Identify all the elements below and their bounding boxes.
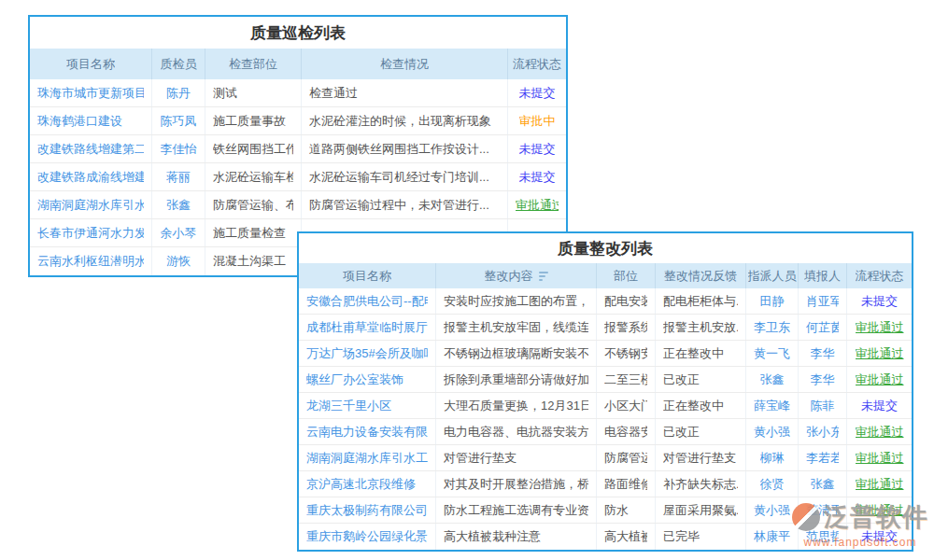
- cell-link[interactable]: 湖南洞庭湖水库引水工程施工I标: [306, 450, 428, 467]
- table-row[interactable]: 珠海鹤港口建设陈巧凤施工质量事故水泥砼灌注的时候，出现离析现象审批中: [30, 107, 566, 135]
- table-row[interactable]: 万达广场35#会所及咖啡厅空...不锈钢边框玻璃隔断安装不牢...不锈钢安装..…: [299, 341, 912, 367]
- cell-text: 铁丝网围挡工作检查: [213, 141, 293, 158]
- status-badge[interactable]: 审批通过: [856, 371, 904, 388]
- cell-link[interactable]: 珠海市城市更新项目紫...: [37, 85, 144, 102]
- cell-text: 防水工程施工选调有专业资质...: [444, 502, 588, 519]
- cell-link[interactable]: 柳琳: [760, 450, 785, 467]
- cell-link[interactable]: 李若若: [806, 450, 839, 467]
- cell-text: 施工质量事故: [213, 113, 286, 130]
- cell-text: 报警主机安放...: [663, 319, 738, 336]
- cell-content: 报警主机安放牢固，线缆连接...: [436, 315, 597, 340]
- cell-link[interactable]: 万达广场35#会所及咖啡厅空...: [306, 345, 428, 362]
- cell-link[interactable]: 湖南洞庭湖水库引水工...: [37, 197, 144, 214]
- table-row[interactable]: 改建铁路线增建第二线...李佳怡铁丝网围挡工作检查道路两侧铁丝网围挡工作按设计.…: [30, 135, 566, 163]
- cell-link[interactable]: 陈巧凤: [161, 113, 197, 130]
- cell-status: 未提交: [508, 135, 566, 162]
- table-row[interactable]: 珠海市城市更新项目紫...陈丹测试检查通过未提交: [30, 79, 566, 107]
- cell-text: 对管进行垫支: [663, 450, 736, 467]
- table-row[interactable]: 重庆太极制药有限公司亳州中...防水工程施工选调有专业资质...防水屋面采用聚氨…: [299, 497, 912, 524]
- table-row[interactable]: 螺丝厂办公室装饰拆除到承重墙部分请做好加固...二至三楼混...已改正张鑫李华审…: [299, 367, 912, 393]
- cell-link[interactable]: 董清平: [806, 502, 839, 519]
- cell-link[interactable]: 黄小强: [754, 502, 790, 519]
- column-header-part: 检查部位: [205, 49, 302, 79]
- cell-link[interactable]: 何芷茵: [806, 319, 839, 336]
- cell-link[interactable]: 陈菲: [811, 398, 835, 414]
- cell-part: 小区大门: [597, 393, 656, 418]
- status-badge[interactable]: 未提交: [861, 398, 898, 414]
- sort-icon[interactable]: [539, 272, 548, 281]
- cell-link[interactable]: 蒋丽: [166, 169, 191, 186]
- cell-link[interactable]: 重庆太极制药有限公司亳州中...: [306, 502, 428, 519]
- cell-link[interactable]: 薛宝峰: [754, 398, 790, 414]
- status-badge[interactable]: 审批通过: [856, 345, 904, 362]
- cell-text: 配电柜柜体与...: [663, 293, 738, 310]
- status-badge[interactable]: 审批通过: [516, 197, 559, 214]
- cell-link[interactable]: 林康平: [754, 528, 790, 545]
- cell-assignee: 黄一飞: [746, 341, 799, 366]
- cell-link[interactable]: 云南水利枢纽潜明水库...: [37, 253, 144, 270]
- cell-link[interactable]: 李华: [811, 371, 835, 388]
- column-header-content[interactable]: 整改内容: [436, 263, 597, 288]
- cell-assignee: 林康平: [746, 524, 799, 550]
- status-badge[interactable]: 审批通过: [856, 319, 904, 336]
- cell-link[interactable]: 张小东: [806, 424, 839, 441]
- cell-link[interactable]: 范思哲: [806, 528, 839, 545]
- cell-link[interactable]: 李卫东: [754, 319, 790, 336]
- cell-link[interactable]: 长春市伊通河水力发电...: [37, 225, 144, 242]
- table-row[interactable]: 湖南洞庭湖水库引水工程施工I标对管进行垫支防腐管运输...对管进行垫支柳琳李若若…: [299, 445, 912, 471]
- table-row[interactable]: 湖南洞庭湖水库引水工...张鑫防腐管运输、布管防腐管运输过程中，未对管进行...…: [30, 191, 566, 219]
- cell-status: 未提交: [847, 393, 912, 418]
- status-badge[interactable]: 审批通过: [856, 502, 904, 519]
- table-row[interactable]: 云南电力设备安装有限公司20...电力电容器、电抗器安装方案,...电容器安装.…: [299, 419, 912, 445]
- cell-link[interactable]: 李华: [811, 345, 835, 362]
- status-badge[interactable]: 未提交: [519, 141, 556, 158]
- cell-status: 审批通过: [847, 419, 912, 444]
- cell-content: 对其及时开展整治措施，桥头...: [436, 471, 597, 497]
- table-row[interactable]: 重庆市鹅岭公园绿化景观提升...高大植被栽种注意高大植被栽种已完毕林康平范思哲未…: [299, 524, 912, 550]
- cell-part: 防腐管运输...: [597, 445, 656, 470]
- status-badge[interactable]: 未提交: [861, 528, 898, 545]
- cell-link[interactable]: 改建铁路成渝线增建第...: [37, 169, 144, 186]
- cell-link[interactable]: 安徽合肥供电公司--配电设备...: [306, 293, 428, 310]
- status-badge[interactable]: 未提交: [861, 293, 898, 310]
- cell-link[interactable]: 京沪高速北京段维修: [306, 476, 416, 493]
- cell-link[interactable]: 游恢: [166, 253, 191, 270]
- cell-link[interactable]: 张鑫: [166, 197, 191, 214]
- cell-link[interactable]: 云南电力设备安装有限公司20...: [306, 424, 428, 441]
- cell-content: 防水工程施工选调有专业资质...: [436, 497, 597, 523]
- cell-link[interactable]: 李佳怡: [161, 141, 197, 158]
- cell-link[interactable]: 改建铁路线增建第二线...: [37, 141, 144, 158]
- cell-link[interactable]: 珠海鹤港口建设: [37, 113, 122, 130]
- cell-link[interactable]: 田静: [760, 293, 785, 310]
- cell-link[interactable]: 黄小强: [754, 424, 790, 441]
- cell-status: 未提交: [847, 288, 912, 314]
- table-row[interactable]: 成都杜甫草堂临时展厅独立展...报警主机安放牢固，线缆连接...报警系统报警主机…: [299, 315, 912, 341]
- status-badge[interactable]: 审批中: [519, 113, 556, 130]
- cell-link[interactable]: 张鑫: [811, 476, 835, 493]
- status-badge[interactable]: 审批通过: [856, 450, 904, 467]
- status-badge[interactable]: 未提交: [519, 169, 556, 186]
- table-row[interactable]: 改建铁路成渝线增建第...蒋丽水泥砼运输车检查水泥砼运输车司机经过专门培训...…: [30, 163, 566, 191]
- cell-link[interactable]: 螺丝厂办公室装饰: [306, 371, 403, 388]
- cell-link[interactable]: 成都杜甫草堂临时展厅独立展...: [306, 319, 428, 336]
- status-badge[interactable]: 未提交: [519, 85, 556, 102]
- cell-link[interactable]: 陈丹: [166, 85, 191, 102]
- column-header-label: 项目名称: [343, 268, 391, 285]
- cell-link[interactable]: 张鑫: [760, 371, 785, 388]
- table-row[interactable]: 京沪高速北京段维修对其及时开展整治措施，桥头...路面维修检...补齐缺失标志.…: [299, 471, 912, 497]
- table-row[interactable]: 安徽合肥供电公司--配电设备...安装时应按施工图的布置，将...配电安装配电柜…: [299, 288, 912, 315]
- status-badge[interactable]: 审批通过: [856, 424, 904, 441]
- table-row[interactable]: 龙湖三千里小区大理石质量更换，12月31日之...小区大门正在整改中薛宝峰陈菲未…: [299, 393, 912, 419]
- cell-text: 正在整改中: [663, 398, 724, 414]
- cell-link[interactable]: 徐贤: [760, 476, 785, 493]
- cell-link[interactable]: 黄一飞: [754, 345, 790, 362]
- cell-link[interactable]: 余小琴: [161, 225, 197, 242]
- cell-project: 螺丝厂办公室装饰: [299, 367, 436, 392]
- cell-reporter: 范思哲: [799, 524, 847, 550]
- column-header-inspector: 质检员: [152, 49, 205, 79]
- cell-link[interactable]: 重庆市鹅岭公园绿化景观提升...: [306, 528, 428, 545]
- status-badge[interactable]: 审批通过: [856, 476, 904, 493]
- cell-link[interactable]: 龙湖三千里小区: [306, 398, 391, 414]
- cell-status: 未提交: [508, 163, 566, 190]
- cell-link[interactable]: 肖亚军: [806, 293, 839, 310]
